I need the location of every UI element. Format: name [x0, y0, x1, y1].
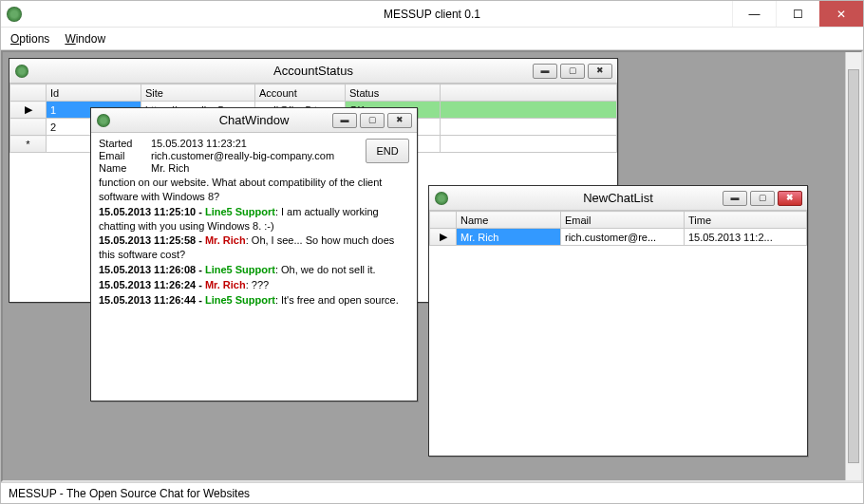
- new-chat-list-window[interactable]: NewChatList ▬ ▢ ✖ Name Email Time: [428, 185, 808, 457]
- mdi-area: AccountStatus ▬ ▢ ✖ Id Site Account Stat…: [1, 50, 863, 482]
- app-icon: [97, 114, 110, 127]
- end-chat-button[interactable]: END: [366, 139, 409, 163]
- new-chat-list-title: NewChatList: [583, 191, 653, 205]
- col-name[interactable]: Name: [457, 212, 561, 229]
- subwin-maximize-button[interactable]: ▢: [360, 113, 385, 128]
- mdi-vertical-scrollbar[interactable]: [845, 52, 861, 480]
- account-status-titlebar[interactable]: AccountStatus ▬ ▢ ✖: [9, 59, 617, 84]
- subwin-minimize-button[interactable]: ▬: [723, 191, 747, 206]
- chat-window[interactable]: ChatWindow ▬ ▢ ✖ END Started 15.05.2013 …: [90, 107, 418, 401]
- table-row[interactable]: ▶ Mr. Rich rich.customer@re... 15.05.201…: [430, 229, 807, 246]
- menu-options[interactable]: Options: [10, 32, 49, 46]
- menu-window[interactable]: Window: [65, 32, 105, 46]
- subwin-maximize-button[interactable]: ▢: [560, 64, 585, 79]
- subwin-close-button[interactable]: ✖: [588, 64, 612, 79]
- account-status-title: AccountStatus: [273, 64, 353, 78]
- menubar: Options Window: [1, 28, 863, 50]
- col-time[interactable]: Time: [685, 212, 807, 229]
- chat-window-titlebar[interactable]: ChatWindow ▬ ▢ ✖: [91, 108, 417, 133]
- status-text: MESSUP - The Open Source Chat for Websit…: [9, 487, 250, 500]
- subwin-minimize-button[interactable]: ▬: [332, 113, 357, 128]
- app-title: MESSUP client 0.1: [384, 8, 480, 21]
- minimize-button[interactable]: —: [732, 1, 776, 27]
- label-started: Started: [99, 138, 151, 149]
- col-email[interactable]: Email: [561, 212, 685, 229]
- value-name: Mr. Rich: [151, 162, 409, 174]
- new-chat-list-titlebar[interactable]: NewChatList ▬ ▢ ✖: [429, 186, 807, 211]
- new-chat-list-grid[interactable]: Name Email Time ▶ Mr. Rich rich.customer…: [429, 211, 807, 246]
- col-id[interactable]: Id: [47, 84, 141, 102]
- col-status[interactable]: Status: [346, 84, 441, 102]
- chat-log: function on our website. What about comp…: [99, 176, 409, 308]
- statusbar: MESSUP - The Open Source Chat for Websit…: [1, 482, 863, 503]
- label-name: Name: [99, 162, 151, 174]
- subwin-minimize-button[interactable]: ▬: [533, 64, 557, 79]
- app-icon: [15, 65, 28, 78]
- main-titlebar[interactable]: MESSUP client 0.1 — ☐ ✕: [1, 1, 863, 28]
- col-account[interactable]: Account: [255, 84, 346, 102]
- subwin-close-button[interactable]: ✖: [387, 113, 412, 128]
- subwin-close-button[interactable]: ✖: [778, 191, 802, 206]
- label-email: Email: [99, 150, 151, 161]
- app-icon: [435, 192, 448, 205]
- main-window: MESSUP client 0.1 — ☐ ✕ Options Window A…: [0, 0, 864, 504]
- maximize-button[interactable]: ☐: [776, 1, 819, 27]
- col-site[interactable]: Site: [141, 84, 255, 102]
- chat-window-title: ChatWindow: [219, 113, 290, 127]
- close-button[interactable]: ✕: [819, 1, 863, 27]
- app-icon: [7, 7, 22, 22]
- subwin-maximize-button[interactable]: ▢: [750, 191, 775, 206]
